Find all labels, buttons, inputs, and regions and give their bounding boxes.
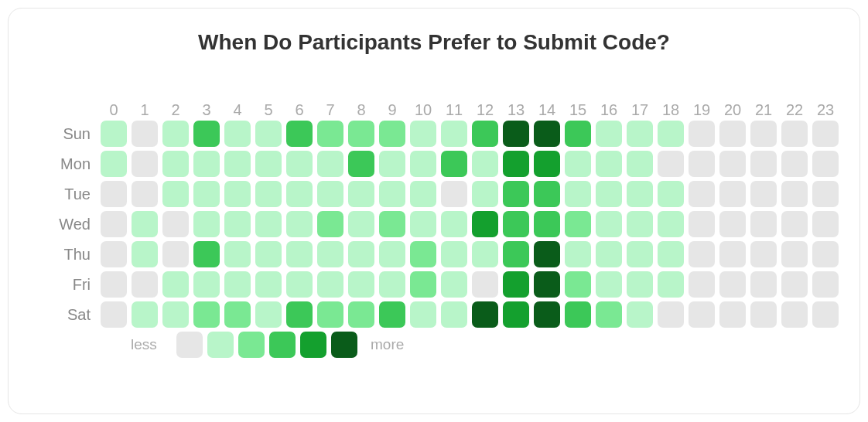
heatmap-cell bbox=[658, 181, 684, 207]
hour-label: 18 bbox=[655, 101, 686, 119]
heatmap-cell bbox=[719, 211, 746, 237]
heatmap-cell bbox=[379, 301, 405, 328]
day-row: Mon bbox=[55, 151, 841, 177]
heatmap-cell bbox=[750, 241, 777, 267]
heatmap-cell bbox=[132, 211, 158, 237]
heatmap-cell bbox=[503, 151, 529, 177]
day-label: Thu bbox=[55, 246, 98, 264]
heatmap-cell bbox=[132, 301, 158, 328]
heatmap-cell bbox=[503, 211, 529, 237]
heatmap-cell bbox=[101, 151, 127, 177]
heatmap-cell bbox=[286, 181, 313, 207]
heatmap-cell bbox=[534, 151, 560, 177]
heatmap-cell bbox=[193, 271, 220, 298]
heatmap-cell bbox=[441, 301, 467, 328]
hour-label: 17 bbox=[624, 101, 655, 119]
heatmap-cell bbox=[812, 301, 839, 328]
heatmap-cell bbox=[503, 181, 529, 207]
heatmap-cell bbox=[348, 151, 374, 177]
heatmap-cell bbox=[472, 121, 498, 147]
day-row: Wed bbox=[55, 211, 841, 237]
heatmap-cell bbox=[379, 151, 405, 177]
heatmap-cell bbox=[317, 151, 343, 177]
heatmap-cell bbox=[627, 211, 653, 237]
heatmap-cell bbox=[348, 241, 374, 267]
heatmap-cell bbox=[317, 181, 343, 207]
heatmap-cell bbox=[410, 211, 436, 237]
hour-label: 20 bbox=[717, 101, 748, 119]
heatmap-cell bbox=[101, 301, 127, 328]
heatmap-cell bbox=[565, 121, 591, 147]
heatmap-cell bbox=[132, 121, 158, 147]
hour-label: 16 bbox=[593, 101, 624, 119]
heatmap-cell bbox=[596, 301, 622, 328]
heatmap-cell bbox=[132, 181, 158, 207]
heatmap-cell bbox=[255, 181, 282, 207]
heatmap-cell bbox=[472, 151, 498, 177]
day-label: Sun bbox=[55, 125, 98, 143]
heatmap-cell bbox=[348, 121, 374, 147]
heatmap-cell bbox=[534, 211, 560, 237]
heatmap-cell bbox=[534, 181, 560, 207]
day-row: Fri bbox=[55, 271, 841, 298]
legend-swatch bbox=[331, 332, 357, 358]
hour-label: 11 bbox=[439, 101, 470, 119]
heatmap-cell bbox=[224, 271, 251, 298]
heatmap-cell bbox=[193, 301, 220, 328]
heatmap-cell bbox=[379, 181, 405, 207]
hour-label: 14 bbox=[531, 101, 562, 119]
hour-label: 15 bbox=[562, 101, 593, 119]
heatmap-cell bbox=[410, 181, 436, 207]
heatmap-cell bbox=[658, 301, 684, 328]
heatmap-cell bbox=[162, 151, 189, 177]
heatmap-cell bbox=[812, 271, 839, 298]
heatmap-cell bbox=[534, 121, 560, 147]
hour-label: 0 bbox=[98, 101, 129, 119]
hour-label: 12 bbox=[470, 101, 501, 119]
heatmap-cell bbox=[565, 181, 591, 207]
heatmap-cell bbox=[348, 271, 374, 298]
heatmap-cell bbox=[224, 181, 251, 207]
heatmap-cell bbox=[132, 271, 158, 298]
legend-swatch bbox=[238, 332, 265, 358]
heatmap-cell bbox=[596, 271, 622, 298]
heatmap-cell bbox=[596, 211, 622, 237]
heatmap-cell bbox=[750, 151, 777, 177]
day-row: Tue bbox=[55, 181, 841, 207]
heatmap-cell bbox=[101, 271, 127, 298]
heatmap-cell bbox=[101, 121, 127, 147]
heatmap-cell bbox=[255, 211, 282, 237]
heatmap-cell bbox=[441, 271, 467, 298]
legend-less-label: less bbox=[131, 336, 174, 353]
heatmap-cell bbox=[781, 121, 808, 147]
heatmap-cell bbox=[410, 301, 436, 328]
heatmap-cell bbox=[812, 211, 839, 237]
hour-label: 6 bbox=[284, 101, 315, 119]
heatmap-cell bbox=[750, 121, 777, 147]
hour-label: 4 bbox=[222, 101, 253, 119]
heatmap-cell bbox=[286, 211, 313, 237]
heatmap-cell bbox=[224, 301, 251, 328]
heatmap-cell bbox=[162, 271, 189, 298]
heatmap-cell bbox=[627, 151, 653, 177]
heatmap-cell bbox=[255, 241, 282, 267]
heatmap-cell bbox=[689, 301, 715, 328]
day-row: Sat bbox=[55, 301, 841, 328]
heatmap-cell bbox=[132, 151, 158, 177]
chart-title: When Do Participants Prefer to Submit Co… bbox=[24, 30, 844, 55]
heatmap-cell bbox=[689, 211, 715, 237]
heatmap-cell bbox=[101, 241, 127, 267]
heatmap-cell bbox=[162, 121, 189, 147]
legend-swatch bbox=[300, 332, 326, 358]
heatmap-cell bbox=[750, 211, 777, 237]
heatmap-cell bbox=[255, 271, 282, 298]
heatmap-cell bbox=[503, 271, 529, 298]
heatmap-cell bbox=[596, 241, 622, 267]
day-label: Tue bbox=[55, 185, 98, 203]
heatmap-cell bbox=[162, 211, 189, 237]
legend-more-label: more bbox=[371, 336, 404, 353]
heatmap-cell bbox=[410, 241, 436, 267]
heatmap-cell bbox=[255, 151, 282, 177]
heatmap-cell bbox=[472, 211, 498, 237]
heatmap-cell bbox=[565, 301, 591, 328]
